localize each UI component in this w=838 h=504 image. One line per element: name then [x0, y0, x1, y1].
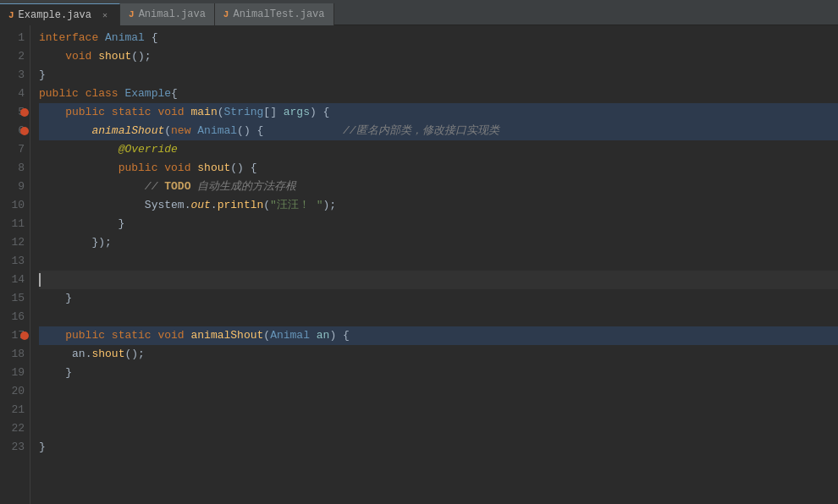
code-line-20: [39, 382, 838, 401]
line-number-20: 20: [0, 382, 25, 401]
param-an: an: [317, 326, 330, 345]
line-number-8: 8: [0, 159, 25, 178]
method-shout-2: shout: [98, 47, 131, 66]
keyword-void-2: void: [65, 47, 91, 66]
editor: 1 2 3 4 5 6 7 8 9 10 11 12 13 14 15 16 1…: [0, 25, 838, 504]
code-line-3: }: [39, 66, 838, 85]
keyword-new: new: [171, 122, 190, 140]
tab-label: Example.java: [19, 9, 91, 21]
line-number-6: 6: [0, 122, 25, 140]
method-main: main: [191, 103, 218, 122]
line-number-7: 7: [0, 140, 25, 159]
code-line-18: an . shout ();: [39, 345, 838, 364]
todo-keyword: TODO: [164, 178, 190, 196]
java-file-icon: J: [8, 10, 14, 20]
tab-label: Animal.java: [139, 8, 206, 20]
keyword-void-17: void: [157, 326, 184, 345]
method-shout-8: shout: [197, 159, 230, 178]
keyword-public-5: public: [65, 103, 105, 122]
code-line-13: [39, 252, 838, 271]
text-cursor: [39, 273, 41, 287]
code-line-14: [39, 271, 838, 289]
code-line-10: System . out . println ( "汪汪！ " );: [39, 196, 838, 215]
classref-system: System: [145, 196, 185, 215]
param-args: args: [284, 103, 310, 122]
line-number-16: 16: [0, 308, 25, 326]
tab-animaltest-java[interactable]: J AnimalTest.java: [215, 3, 334, 25]
breakpoint-17: [20, 331, 29, 340]
keyword-static-17: static: [112, 326, 152, 345]
line-number-1: 1: [0, 29, 25, 47]
line-number-13: 13: [0, 252, 25, 271]
method-animalshout-6: animalShout: [91, 122, 164, 140]
line-number-12: 12: [0, 233, 25, 252]
code-line-9: // TODO 自动生成的方法存根: [39, 178, 838, 196]
close-icon[interactable]: ✕: [99, 9, 111, 21]
string-woof: "汪汪！ ": [270, 196, 323, 215]
keyword-static-5: static: [112, 103, 152, 122]
keyword-public-8: public: [119, 159, 158, 178]
tab-animal-java[interactable]: J Animal.java: [120, 3, 215, 25]
keyword-public-17: public: [65, 326, 105, 345]
code-line-19: }: [39, 364, 838, 382]
type-animal-17: Animal: [270, 326, 310, 345]
line-number-19: 19: [0, 364, 25, 382]
method-animalshout-17: animalShout: [191, 326, 264, 345]
code-line-22: [39, 419, 838, 438]
method-println: println: [218, 196, 264, 215]
code-area[interactable]: interface Animal { void shout (); } publ…: [30, 25, 838, 504]
code-line-6: animalShout ( new Animal () { //匿名内部类，修改…: [39, 122, 838, 140]
line-number-2: 2: [0, 47, 25, 66]
classname-animal: Animal: [105, 29, 145, 47]
comment-todo-prefix: //: [145, 178, 164, 196]
code-line-1: interface Animal {: [39, 29, 838, 47]
tab-label: AnimalTest.java: [233, 8, 324, 20]
code-line-23: }: [39, 438, 838, 457]
comment-todo-text: 自动生成的方法存根: [190, 178, 296, 196]
line-number-5: 5: [0, 103, 25, 122]
code-line-7: @Override: [39, 140, 838, 159]
line-number-14: 14: [0, 271, 25, 289]
code-line-8: public void shout () {: [39, 159, 838, 178]
code-line-12: });: [39, 233, 838, 252]
type-string: String: [224, 103, 264, 122]
line-number-11: 11: [0, 215, 25, 233]
code-line-4: public class Example {: [39, 85, 838, 103]
java-file-icon: J: [223, 9, 229, 19]
var-an: an: [72, 345, 85, 364]
classname-example: Example: [124, 85, 171, 103]
code-line-2: void shout ();: [39, 47, 838, 66]
line-number-4: 4: [0, 85, 25, 103]
keyword-interface: interface: [39, 29, 98, 47]
line-number-21: 21: [0, 401, 25, 419]
field-out: out: [190, 196, 210, 215]
line-number-22: 22: [0, 419, 25, 438]
keyword-void-8: void: [164, 159, 190, 178]
line-number-23: 23: [0, 438, 25, 457]
code-line-16: [39, 308, 838, 326]
code-line-15: }: [39, 289, 838, 308]
code-line-21: [39, 401, 838, 419]
line-numbers: 1 2 3 4 5 6 7 8 9 10 11 12 13 14 15 16 1…: [0, 25, 30, 504]
line-number-17: 17: [0, 326, 25, 345]
method-shout-18: shout: [91, 345, 124, 364]
keyword-class-4: class: [85, 85, 119, 103]
tab-bar: J Example.java ✕ J Animal.java J AnimalT…: [0, 0, 838, 25]
tab-example-java[interactable]: J Example.java ✕: [0, 3, 120, 25]
line-number-9: 9: [0, 178, 25, 196]
java-file-icon: J: [129, 9, 135, 19]
annotation-override: @Override: [119, 140, 178, 159]
code-line-11: }: [39, 215, 838, 233]
line-number-15: 15: [0, 289, 25, 308]
line-number-3: 3: [0, 66, 25, 85]
keyword-public-4: public: [39, 85, 79, 103]
breakpoint-5: [20, 108, 29, 117]
keyword-void-5: void: [157, 103, 184, 122]
line-number-10: 10: [0, 196, 25, 215]
code-line-5: public static void main ( String [] args…: [39, 103, 838, 122]
code-line-17: public static void animalShout ( Animal …: [39, 326, 838, 345]
breakpoint-6: [20, 127, 29, 135]
comment-anonymous: //匿名内部类，修改接口实现类: [343, 122, 499, 140]
type-animal-6: Animal: [197, 122, 237, 140]
line-number-18: 18: [0, 345, 25, 364]
